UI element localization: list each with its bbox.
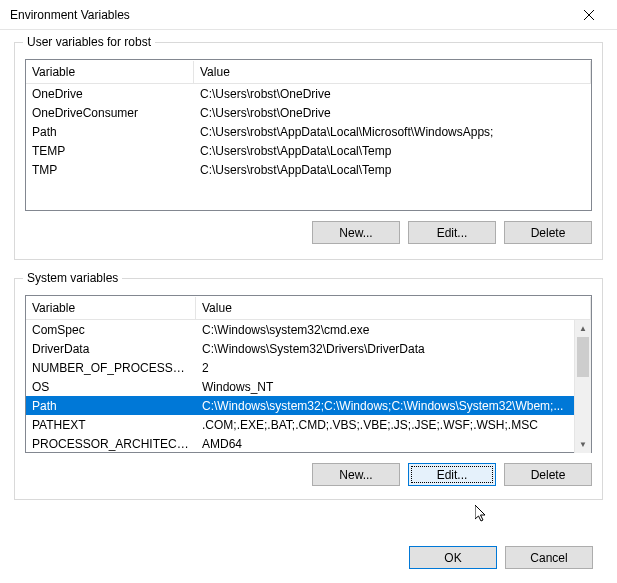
dialog-content: User variables for robst Variable Value … — [0, 30, 617, 532]
table-row[interactable]: PathC:\Windows\system32;C:\Windows;C:\Wi… — [26, 396, 574, 415]
system-variables-table[interactable]: Variable Value ComSpecC:\Windows\system3… — [25, 295, 592, 453]
ok-button[interactable]: OK — [409, 546, 497, 569]
close-icon — [584, 10, 594, 20]
table-row[interactable]: PROCESSOR_ARCHITECTUREAMD64 — [26, 434, 574, 453]
user-header-variable[interactable]: Variable — [26, 61, 194, 83]
user-edit-button[interactable]: Edit... — [408, 221, 496, 244]
user-variables-label: User variables for robst — [23, 35, 155, 49]
user-table-body: OneDriveC:\Users\robst\OneDrive OneDrive… — [26, 84, 591, 179]
system-edit-button[interactable]: Edit... — [408, 463, 496, 486]
dialog-button-row: OK Cancel — [409, 546, 593, 569]
user-header-value[interactable]: Value — [194, 61, 591, 83]
system-header-variable[interactable]: Variable — [26, 297, 196, 319]
scroll-up-icon[interactable]: ▲ — [575, 320, 591, 337]
user-variables-table[interactable]: Variable Value OneDriveC:\Users\robst\On… — [25, 59, 592, 211]
user-delete-button[interactable]: Delete — [504, 221, 592, 244]
cancel-button[interactable]: Cancel — [505, 546, 593, 569]
table-row[interactable]: OneDriveConsumerC:\Users\robst\OneDrive — [26, 103, 591, 122]
close-button[interactable] — [569, 1, 609, 29]
user-new-button[interactable]: New... — [312, 221, 400, 244]
system-table-body: ComSpecC:\Windows\system32\cmd.exe Drive… — [26, 320, 591, 453]
table-row[interactable]: OneDriveC:\Users\robst\OneDrive — [26, 84, 591, 103]
system-variables-group: System variables Variable Value ComSpecC… — [14, 278, 603, 500]
system-delete-button[interactable]: Delete — [504, 463, 592, 486]
table-row[interactable]: OSWindows_NT — [26, 377, 574, 396]
table-row[interactable]: NUMBER_OF_PROCESSORS2 — [26, 358, 574, 377]
system-button-row: New... Edit... Delete — [25, 463, 592, 486]
user-table-header: Variable Value — [26, 60, 591, 84]
system-new-button[interactable]: New... — [312, 463, 400, 486]
window-title: Environment Variables — [10, 8, 569, 22]
table-row[interactable]: TEMPC:\Users\robst\AppData\Local\Temp — [26, 141, 591, 160]
table-row[interactable]: PathC:\Users\robst\AppData\Local\Microso… — [26, 122, 591, 141]
table-row[interactable]: ComSpecC:\Windows\system32\cmd.exe — [26, 320, 574, 339]
titlebar: Environment Variables — [0, 0, 617, 30]
table-row[interactable]: TMPC:\Users\robst\AppData\Local\Temp — [26, 160, 591, 179]
system-scrollbar[interactable]: ▲ ▼ — [574, 320, 591, 453]
system-table-header: Variable Value — [26, 296, 591, 320]
scroll-down-icon[interactable]: ▼ — [575, 436, 591, 453]
table-row[interactable]: PATHEXT.COM;.EXE;.BAT;.CMD;.VBS;.VBE;.JS… — [26, 415, 574, 434]
table-row[interactable]: DriverDataC:\Windows\System32\Drivers\Dr… — [26, 339, 574, 358]
system-variables-label: System variables — [23, 271, 122, 285]
system-header-value[interactable]: Value — [196, 297, 591, 319]
user-variables-group: User variables for robst Variable Value … — [14, 42, 603, 260]
user-button-row: New... Edit... Delete — [25, 221, 592, 244]
scroll-thumb[interactable] — [577, 337, 589, 377]
